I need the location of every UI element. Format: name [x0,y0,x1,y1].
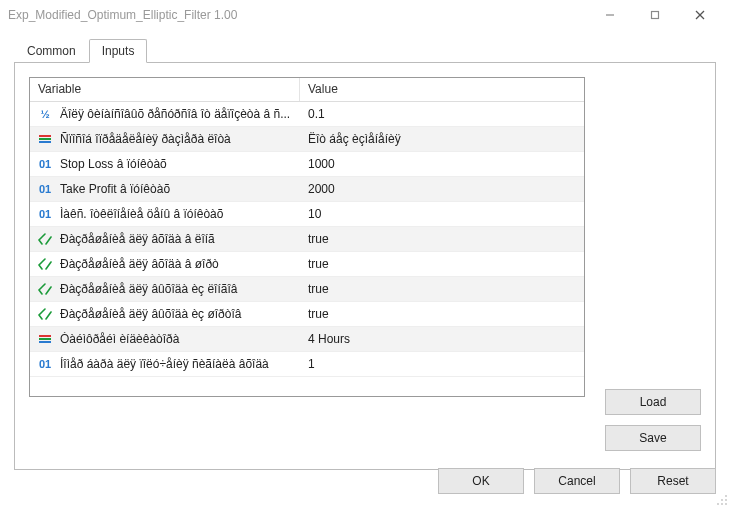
enum-type-icon [36,135,54,143]
variable-label: Òàéìôðåéì èíäèêàòîðà [60,332,179,346]
value-cell[interactable]: true [300,282,584,296]
svg-rect-1 [651,12,658,19]
variable-label: Íîìåð áàðà äëÿ ïîëó÷åíèÿ ñèãíàëà âõîäà [60,357,269,371]
resize-grip-icon[interactable] [716,494,728,506]
tab-strip: Common Inputs [14,38,716,62]
table-row[interactable]: 01Stop Loss â ïóíêòàõ1000 [30,152,584,177]
parameters-grid[interactable]: Variable Value ½Äîëÿ ôèíàíñîâûõ ðåñóðñîâ… [29,77,585,397]
ok-button[interactable]: OK [438,468,524,494]
svg-point-4 [725,495,727,497]
variable-label: Äîëÿ ôèíàíñîâûõ ðåñóðñîâ îò äåïîçèòà â ñ… [60,107,290,121]
table-row[interactable]: ½Äîëÿ ôèíàíñîâûõ ðåñóðñîâ îò äåïîçèòà â … [30,102,584,127]
variable-cell: Ðàçðåøåíèå äëÿ âõîäà â ëîíã [30,232,300,246]
variable-cell: 01Take Profit â ïóíêòàõ [30,182,300,196]
integer-type-icon: 01 [36,208,54,220]
close-button[interactable] [677,0,722,30]
inputs-panel: Variable Value ½Äîëÿ ôèíàíñîâûõ ðåñóðñîâ… [14,62,716,470]
boolean-type-icon [36,308,54,320]
value-cell[interactable]: true [300,232,584,246]
variable-cell: 01Stop Loss â ïóíêòàõ [30,157,300,171]
variable-cell: Òàéìôðåéì èíäèêàòîðà [30,332,300,346]
variable-label: Ðàçðåøåíèå äëÿ âõîäà â ëîíã [60,232,215,246]
variable-label: Ìàêñ. îòêëîíåíèå öåíû â ïóíêòàõ [60,207,223,221]
grid-header: Variable Value [30,78,584,102]
table-row[interactable]: Òàéìôðåéì èíäèêàòîðà4 Hours [30,327,584,352]
value-cell[interactable]: 0.1 [300,107,584,121]
boolean-type-icon [36,233,54,245]
table-row[interactable]: 01Take Profit â ïóíêòàõ2000 [30,177,584,202]
variable-label: Ðàçðåøåíèå äëÿ âûõîäà èç øîðòîâ [60,307,241,321]
table-row[interactable]: Ðàçðåøåíèå äëÿ âõîäà â ëîíãtrue [30,227,584,252]
footer-buttons: OK Cancel Reset [438,468,716,494]
variable-cell: Ðàçðåøåíèå äëÿ âûõîäà èç øîðòîâ [30,307,300,321]
value-cell[interactable]: 2000 [300,182,584,196]
title-bar: Exp_Modified_Optimum_Elliptic_Filter 1.0… [0,0,730,30]
content-area: Common Inputs Variable Value ½Äîëÿ ôèíàí… [0,30,730,508]
value-cell[interactable]: 1000 [300,157,584,171]
integer-type-icon: 01 [36,358,54,370]
integer-type-icon: 01 [36,158,54,170]
variable-label: Ñïîñîá îïðåäåëåíèÿ ðàçìåðà ëîòà [60,132,231,146]
table-row[interactable]: Ðàçðåøåíèå äëÿ âõîäà â øîðòtrue [30,252,584,277]
header-value[interactable]: Value [300,78,584,101]
integer-type-icon: 01 [36,183,54,195]
window-title: Exp_Modified_Optimum_Elliptic_Filter 1.0… [8,8,587,22]
variable-cell: Ðàçðåøåíèå äëÿ âûõîäà èç ëîíãîâ [30,282,300,296]
value-cell[interactable]: 10 [300,207,584,221]
variable-cell: ½Äîëÿ ôèíàíñîâûõ ðåñóðñîâ îò äåïîçèòà â … [30,107,300,121]
variable-cell: Ñïîñîá îïðåäåëåíèÿ ðàçìåðà ëîòà [30,132,300,146]
svg-point-8 [721,503,723,505]
value-cell[interactable]: true [300,307,584,321]
tab-common[interactable]: Common [14,39,89,63]
boolean-type-icon [36,258,54,270]
cancel-button[interactable]: Cancel [534,468,620,494]
table-row[interactable]: Ñïîñîá îïðåäåëåíèÿ ðàçìåðà ëîòàËîò áåç è… [30,127,584,152]
fraction-type-icon: ½ [36,108,54,120]
table-row[interactable]: 01Ìàêñ. îòêëîíåíèå öåíû â ïóíêòàõ10 [30,202,584,227]
variable-cell: Ðàçðåøåíèå äëÿ âõîäà â øîðò [30,257,300,271]
minimize-button[interactable] [587,0,632,30]
table-row[interactable]: 01Íîìåð áàðà äëÿ ïîëó÷åíèÿ ñèãíàëà âõîäà… [30,352,584,377]
header-variable[interactable]: Variable [30,78,300,101]
load-button[interactable]: Load [605,389,701,415]
table-row[interactable]: Ðàçðåøåíèå äëÿ âûõîäà èç øîðòîâtrue [30,302,584,327]
variable-cell: 01Ìàêñ. îòêëîíåíèå öåíû â ïóíêòàõ [30,207,300,221]
maximize-button[interactable] [632,0,677,30]
svg-point-9 [717,503,719,505]
reset-button[interactable]: Reset [630,468,716,494]
side-buttons: Load Save [605,389,701,451]
value-cell[interactable]: 4 Hours [300,332,584,346]
svg-point-7 [725,503,727,505]
variable-label: Ðàçðåøåíèå äëÿ âûõîäà èç ëîíãîâ [60,282,237,296]
enum-type-icon [36,335,54,343]
svg-point-5 [725,499,727,501]
variable-label: Ðàçðåøåíèå äëÿ âõîäà â øîðò [60,257,219,271]
variable-label: Take Profit â ïóíêòàõ [60,182,170,196]
value-cell[interactable]: Ëîò áåç èçìåíåíèÿ [300,132,584,146]
value-cell[interactable]: 1 [300,357,584,371]
svg-point-6 [721,499,723,501]
boolean-type-icon [36,283,54,295]
variable-cell: 01Íîìåð áàðà äëÿ ïîëó÷åíèÿ ñèãíàëà âõîäà [30,357,300,371]
table-row[interactable]: Ðàçðåøåíèå äëÿ âûõîäà èç ëîíãîâtrue [30,277,584,302]
tab-inputs[interactable]: Inputs [89,39,148,63]
value-cell[interactable]: true [300,257,584,271]
variable-label: Stop Loss â ïóíêòàõ [60,157,167,171]
grid-body: ½Äîëÿ ôèíàíñîâûõ ðåñóðñîâ îò äåïîçèòà â … [30,102,584,377]
save-button[interactable]: Save [605,425,701,451]
